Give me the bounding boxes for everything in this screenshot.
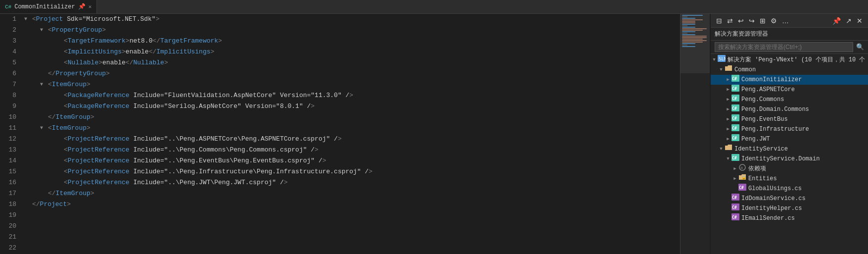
panel-title: 解决方案资源管理器 bbox=[715, 30, 768, 38]
undock-panel-button[interactable]: ↗ bbox=[844, 17, 853, 25]
solution-tree[interactable]: ▼SLN解决方案 'Peng-VNext' (10 个项目，共 10 个▼Com… bbox=[711, 54, 868, 254]
tree-expand-common-initializer[interactable]: ▶ bbox=[725, 75, 731, 85]
code-text: <ItemGroup> bbox=[48, 79, 91, 90]
tree-item-solution[interactable]: ▼SLN解决方案 'Peng-VNext' (10 个项目，共 10 个 bbox=[711, 55, 868, 65]
code-line: <PackageReference Include="Serilog.AspNe… bbox=[24, 101, 680, 112]
tree-item-global-usings[interactable]: C#GlobalUsings.cs bbox=[711, 184, 868, 194]
tree-icon-deps: ≡ bbox=[738, 164, 746, 174]
tree-icon-file: C# bbox=[731, 213, 739, 224]
code-line: </PropertyGroup> bbox=[24, 68, 680, 79]
fold-icon[interactable]: ▼ bbox=[40, 79, 47, 90]
code-text: </PropertyGroup> bbox=[48, 68, 110, 79]
sync-button[interactable]: ⇄ bbox=[726, 17, 734, 25]
tab-bar: C# CommonInitializer 📌 ✕ bbox=[0, 0, 868, 14]
active-tab[interactable]: C# CommonInitializer 📌 ✕ bbox=[0, 0, 97, 13]
panel-title-bar: 解决方案资源管理器 bbox=[711, 28, 868, 41]
split-button[interactable]: ⊞ bbox=[758, 17, 767, 25]
tree-item-identity-helper[interactable]: C#IdentityHelper.cs bbox=[711, 203, 868, 213]
tree-item-common-folder[interactable]: ▼Common bbox=[711, 65, 868, 75]
tree-item-peng-domain-commons[interactable]: ▶C#Peng.Domain.Commons bbox=[711, 104, 868, 114]
tree-item-peng-eventbus[interactable]: ▶C#Peng.EventBus bbox=[711, 114, 868, 124]
tree-icon-project: C# bbox=[731, 114, 739, 125]
tree-item-iemail-sender[interactable]: C#IEmailSender.cs bbox=[711, 213, 868, 223]
tree-label-deps: 依赖项 bbox=[748, 164, 868, 174]
tree-label-identity-helper: IdentityHelper.cs bbox=[741, 203, 868, 213]
tree-icon-file: C# bbox=[738, 184, 746, 194]
svg-text:C#: C# bbox=[732, 215, 737, 220]
redo-button[interactable]: ↪ bbox=[747, 17, 756, 25]
tree-expand-identity-service-domain[interactable]: ▼ bbox=[725, 154, 731, 164]
code-line: <ProjectReference Include="..\Peng.Infra… bbox=[24, 166, 680, 177]
undo-button[interactable]: ↩ bbox=[736, 17, 745, 25]
tab-cs-icon: C# bbox=[5, 4, 11, 10]
tree-expand-peng-jwt[interactable]: ▶ bbox=[725, 134, 731, 144]
code-text: </Project> bbox=[32, 199, 71, 210]
tree-icon-folder bbox=[725, 144, 732, 154]
minimap-line bbox=[682, 21, 695, 22]
code-text: <ImplicitUsings>enable</ImplicitUsings> bbox=[64, 47, 214, 57]
svg-text:C#: C# bbox=[732, 196, 737, 200]
tree-expand-peng-infrastructure[interactable]: ▶ bbox=[725, 124, 731, 134]
tree-expand-deps[interactable]: ▶ bbox=[731, 164, 738, 174]
fold-icon[interactable]: ▼ bbox=[40, 123, 47, 134]
tree-item-peng-jwt[interactable]: ▶C#Peng.JWT bbox=[711, 134, 868, 144]
minimap-line bbox=[682, 30, 703, 31]
minimap-line bbox=[682, 27, 695, 28]
search-icon[interactable]: 🔍 bbox=[856, 43, 864, 51]
minimap-line bbox=[682, 24, 695, 25]
tree-item-identity-service-domain[interactable]: ▼C#IdentityService.Domain bbox=[711, 154, 868, 164]
code-line: </Project> bbox=[24, 199, 680, 210]
toolbar-right-icons: 📌 ↗ ✕ bbox=[831, 17, 864, 25]
tree-expand-peng-domain-commons[interactable]: ▶ bbox=[725, 104, 731, 114]
tree-label-peng-eventbus: Peng.EventBus bbox=[741, 114, 868, 124]
collapse-all-button[interactable]: ⊟ bbox=[715, 17, 724, 25]
tree-icon-project: C# bbox=[731, 124, 739, 135]
tree-item-peng-infrastructure[interactable]: ▶C#Peng.Infrastructure bbox=[711, 124, 868, 134]
code-text: <ProjectReference Include="..\Peng.ASPNE… bbox=[64, 134, 342, 145]
tree-label-peng-domain-commons: Peng.Domain.Commons bbox=[741, 104, 868, 114]
code-text: <PropertyGroup> bbox=[48, 25, 106, 36]
solution-panel: ⊟ ⇄ ↩ ↪ ⊞ ⚙ … 📌 ↗ ✕ 解决方案资源管理器 🔍 ▼SLN解决方 bbox=[710, 14, 868, 254]
fold-icon[interactable]: ▼ bbox=[40, 25, 47, 36]
code-line: <ProjectReference Include="..\Peng.Event… bbox=[24, 155, 680, 166]
main-area: 12345678910111213141516171819202122 ▼<Pr… bbox=[0, 14, 868, 254]
tree-item-peng-commons[interactable]: ▶C#Peng.Commons bbox=[711, 95, 868, 104]
tree-label-common-folder: Common bbox=[734, 65, 868, 75]
code-text: <ProjectReference Include="..\Peng.JWT\P… bbox=[64, 177, 288, 188]
tree-expand-peng-eventbus[interactable]: ▶ bbox=[725, 114, 731, 124]
tree-expand-entities[interactable]: ▶ bbox=[731, 174, 738, 184]
code-editor[interactable]: ▼<Project Sdk="Microsoft.NET.Sdk">▼<Prop… bbox=[22, 14, 680, 254]
tree-expand-identity-service-folder[interactable]: ▼ bbox=[718, 144, 725, 154]
tree-item-id-domain-service[interactable]: C#IdDomainService.cs bbox=[711, 194, 868, 203]
search-input[interactable] bbox=[715, 42, 853, 52]
tab-pin-icon[interactable]: 📌 bbox=[78, 3, 86, 10]
tree-icon-project: C# bbox=[731, 85, 739, 95]
close-panel-button[interactable]: ✕ bbox=[855, 17, 864, 25]
more-button[interactable]: … bbox=[780, 17, 790, 25]
minimap-line bbox=[682, 40, 707, 41]
tree-icon-project: C# bbox=[731, 154, 739, 164]
tree-item-common-initializer[interactable]: ▶C#CommonInitializer bbox=[711, 75, 868, 85]
code-text: <ItemGroup> bbox=[48, 123, 91, 134]
tree-label-common-initializer: CommonInitializer bbox=[741, 75, 868, 85]
fold-icon[interactable]: ▼ bbox=[24, 14, 31, 25]
tree-item-identity-service-folder[interactable]: ▼IdentityService bbox=[711, 144, 868, 154]
code-line: </ItemGroup> bbox=[24, 112, 680, 123]
minimap-line bbox=[682, 34, 695, 35]
settings-button[interactable]: ⚙ bbox=[769, 17, 778, 25]
tree-label-peng-jwt: Peng.JWT bbox=[741, 134, 868, 144]
tree-expand-peng-commons[interactable]: ▶ bbox=[725, 95, 731, 104]
code-text: </ItemGroup> bbox=[48, 188, 94, 199]
tree-icon-folder bbox=[725, 65, 732, 75]
svg-text:C#: C# bbox=[732, 136, 737, 141]
minimap[interactable] bbox=[680, 14, 710, 254]
tree-expand-common-folder[interactable]: ▼ bbox=[718, 65, 725, 75]
tab-close-icon[interactable]: ✕ bbox=[89, 3, 92, 10]
tree-item-deps[interactable]: ▶≡依赖项 bbox=[711, 164, 868, 174]
pin-panel-button[interactable]: 📌 bbox=[831, 17, 842, 25]
tree-item-entities[interactable]: ▶🔒Entities bbox=[711, 174, 868, 184]
tree-item-peng-aspnetcore[interactable]: ▶C#Peng.ASPNETCore bbox=[711, 85, 868, 95]
tree-expand-solution[interactable]: ▼ bbox=[711, 55, 718, 65]
tree-expand-peng-aspnetcore[interactable]: ▶ bbox=[725, 85, 731, 95]
code-line: ▼<PropertyGroup> bbox=[24, 25, 680, 36]
